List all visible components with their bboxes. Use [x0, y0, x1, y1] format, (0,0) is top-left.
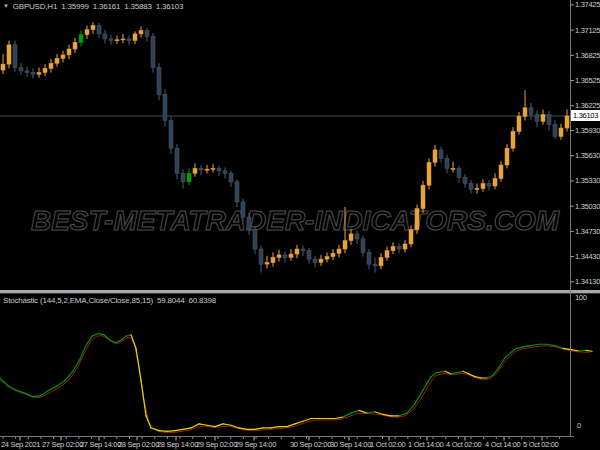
candle: [217, 168, 221, 171]
candle: [313, 259, 317, 262]
candle: [463, 178, 467, 184]
candle: [469, 183, 473, 189]
candle: [139, 31, 143, 34]
candle: [85, 30, 89, 35]
high-value: 1.36161: [93, 2, 121, 11]
candle: [169, 120, 173, 148]
candle: [163, 94, 167, 120]
candle: [43, 68, 47, 72]
watermark: BEST-METATRADER-INDICATORS.COM: [31, 205, 560, 236]
candle: [265, 262, 269, 264]
candle: [355, 234, 359, 239]
candle: [337, 249, 341, 253]
indicator-value-main: 59.8044: [157, 296, 185, 305]
candle: [511, 131, 515, 148]
chevron-down-icon[interactable]: ▼: [3, 3, 9, 9]
candle: [25, 71, 29, 73]
candle: [67, 49, 71, 55]
candle: [91, 25, 95, 29]
candle: [259, 249, 263, 264]
candle: [73, 42, 77, 49]
chart-canvas[interactable]: BEST-METATRADER-INDICATORS.COM: [0, 0, 600, 450]
chart-title: ▼GBPUSD,H11.359991.361611.358831.36103: [3, 2, 187, 11]
candle: [199, 168, 203, 170]
candle: [367, 252, 371, 264]
candle: [235, 182, 239, 202]
candle: [523, 108, 527, 116]
candle: [277, 255, 281, 258]
candle: [187, 173, 191, 181]
candle: [325, 257, 329, 260]
candle: [211, 168, 215, 169]
candle: [145, 31, 149, 37]
low-value: 1.35883: [124, 2, 152, 11]
candle: [499, 165, 503, 178]
candle: [61, 55, 65, 58]
indicator-label: Stochastic (144,5,2,EMA,Close/Close,85,1…: [3, 296, 220, 305]
candle: [97, 25, 101, 33]
candle: [295, 249, 299, 254]
candle: [403, 244, 407, 249]
stoch-scale-min: 0: [577, 421, 581, 430]
candle: [547, 115, 551, 125]
candle: [1, 64, 5, 70]
candle: [427, 162, 431, 185]
candle: [391, 247, 395, 251]
candle: [271, 257, 275, 262]
candle: [541, 115, 545, 122]
indicator-name: Stochastic (144,5,2,EMA,Close/Close,85,1…: [3, 296, 153, 305]
candle: [79, 35, 83, 43]
candle: [565, 116, 569, 128]
candle: [7, 45, 11, 64]
candle: [289, 254, 293, 257]
candle: [175, 148, 179, 173]
open-value: 1.35999: [61, 2, 89, 11]
candle: [535, 115, 539, 122]
candle: [193, 168, 197, 173]
candle: [475, 189, 479, 190]
current-price-tag: 1.36103: [571, 110, 600, 121]
candle: [505, 148, 509, 165]
candle: [103, 34, 107, 39]
close-value: 1.36103: [156, 2, 184, 11]
candle: [307, 251, 311, 259]
candle: [349, 234, 353, 241]
candle: [247, 217, 251, 230]
candle: [529, 108, 533, 115]
candle: [559, 128, 563, 136]
candle: [121, 39, 125, 40]
candle: [109, 39, 113, 41]
candle: [31, 73, 35, 75]
candle: [421, 185, 425, 209]
candle: [301, 249, 305, 251]
candle: [487, 183, 491, 186]
mt4-chart-window: BEST-METATRADER-INDICATORS.COM ▼GBPUSD,H…: [0, 0, 600, 450]
candle: [553, 125, 557, 137]
candle: [115, 40, 119, 41]
candle: [493, 178, 497, 186]
candle: [241, 202, 245, 217]
candle: [379, 257, 383, 265]
symbol-period-label: GBPUSD,H1: [13, 2, 57, 11]
candle: [361, 239, 365, 252]
candle: [49, 63, 53, 68]
candle: [37, 73, 41, 75]
candle: [445, 158, 449, 168]
candle: [409, 230, 413, 244]
candle: [127, 39, 131, 41]
candle: [223, 171, 227, 174]
candle: [481, 183, 485, 188]
candle: [451, 168, 455, 169]
candle: [439, 150, 443, 158]
candle: [13, 45, 17, 68]
candle: [157, 68, 161, 95]
candle: [151, 36, 155, 67]
candle: [55, 58, 59, 63]
indicator-value-signal: 60.8398: [188, 296, 216, 305]
candle: [205, 169, 209, 170]
candle: [253, 230, 257, 249]
candle: [433, 150, 437, 163]
panel-splitter[interactable]: [0, 290, 600, 293]
candle: [283, 255, 287, 258]
candle: [385, 251, 389, 258]
